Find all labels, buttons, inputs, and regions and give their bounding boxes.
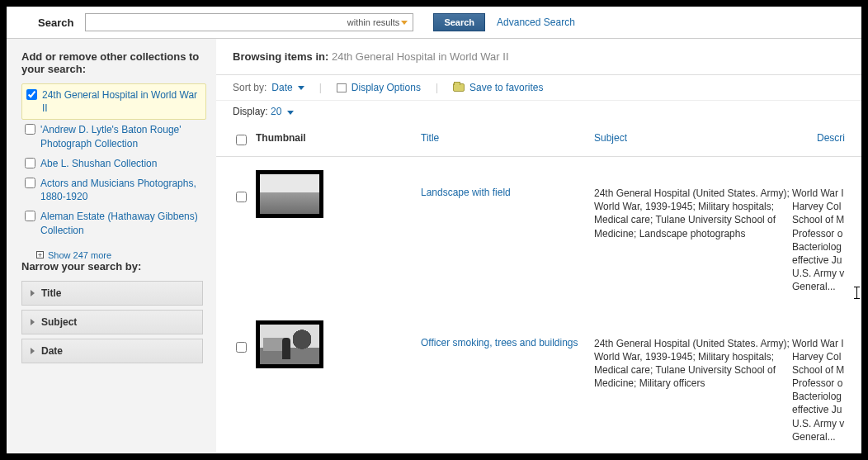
- body-area: Add or remove other collections to your …: [7, 39, 861, 453]
- display-options-link[interactable]: Display Options: [351, 82, 421, 93]
- collection-label[interactable]: 24th General Hospital in World War II: [42, 88, 203, 115]
- header-subject[interactable]: Subject: [594, 132, 792, 148]
- page-root: Search within results Search Advanced Se…: [7, 7, 861, 453]
- browsing-header: Browsing items in: 24th General Hospital…: [216, 39, 861, 75]
- header-description[interactable]: Descri: [792, 132, 845, 148]
- display-label: Display:: [233, 106, 268, 117]
- select-all-checkbox[interactable]: [236, 135, 247, 145]
- thumbnail-cell: [256, 320, 421, 368]
- save-favorites-link[interactable]: Save to favorites: [469, 82, 543, 93]
- sidebar: Add or remove other collections to your …: [7, 39, 216, 453]
- sort-by-group[interactable]: Sort by: Date: [233, 82, 304, 93]
- within-results-dropdown[interactable]: within results: [347, 17, 413, 27]
- facet-label: Date: [41, 345, 63, 357]
- collection-label[interactable]: 'Andrew D. Lytle's Baton Rouge' Photogra…: [40, 123, 205, 149]
- thumbnail-image[interactable]: [256, 320, 323, 368]
- facet-title[interactable]: Title: [21, 281, 203, 306]
- within-results-label: within results: [347, 17, 400, 27]
- display-count-value: 20: [271, 106, 281, 117]
- add-remove-heading: Add or remove other collections to your …: [21, 50, 206, 75]
- row-checkbox[interactable]: [236, 342, 247, 353]
- row-title-link[interactable]: Officer smoking, trees and buildings: [421, 320, 594, 349]
- plus-icon: +: [36, 251, 44, 258]
- caret-down-icon: [298, 86, 304, 90]
- save-favorites-group[interactable]: Save to favorites: [453, 82, 543, 93]
- facet-subject[interactable]: Subject: [21, 310, 203, 334]
- triangle-right-icon: [31, 348, 35, 354]
- row-description: World War I Harvey Col School of M Profe…: [792, 320, 845, 444]
- search-input-wrap: within results: [85, 13, 413, 31]
- collection-item[interactable]: Actors and Musicians Photographs, 1880-1…: [21, 173, 206, 206]
- search-input[interactable]: [86, 14, 347, 31]
- display-options-group[interactable]: Display Options: [337, 82, 421, 93]
- header-thumbnail: Thumbnail: [256, 132, 421, 148]
- collection-checkbox[interactable]: [25, 158, 35, 168]
- show-more-label: Show 247 more: [48, 250, 111, 260]
- collection-label[interactable]: Abe L. Shushan Collection: [40, 157, 157, 170]
- collection-checkbox[interactable]: [25, 178, 35, 188]
- collection-item[interactable]: 24th General Hospital in World War II: [21, 83, 206, 120]
- divider: |: [436, 82, 438, 93]
- show-more-link[interactable]: + Show 247 more: [21, 249, 206, 260]
- collection-checkbox[interactable]: [26, 89, 37, 100]
- header-title[interactable]: Title: [421, 132, 594, 148]
- facet-label: Subject: [41, 316, 77, 328]
- facet-label: Title: [41, 287, 61, 299]
- row-title-link[interactable]: Landscape with field: [421, 170, 594, 198]
- sort-by-value[interactable]: Date: [271, 82, 292, 93]
- collection-label[interactable]: Aleman Estate (Hathaway Gibbens) Collect…: [40, 210, 205, 236]
- thumbnail-cell: [256, 170, 421, 218]
- table-header: Thumbnail Title Subject Descri: [216, 124, 861, 157]
- display-options-icon: [337, 83, 347, 92]
- row-subject: 24th General Hospital (United States. Ar…: [594, 320, 792, 391]
- narrow-heading: Narrow your search by:: [21, 260, 206, 273]
- table-row: Officer smoking, trees and buildings 24t…: [216, 307, 861, 453]
- search-bar: Search within results Search Advanced Se…: [7, 7, 861, 39]
- triangle-right-icon: [31, 319, 35, 325]
- advanced-search-link[interactable]: Advanced Search: [497, 17, 575, 28]
- collection-item[interactable]: 'Andrew D. Lytle's Baton Rouge' Photogra…: [21, 120, 206, 153]
- browsing-label: Browsing items in:: [233, 50, 328, 63]
- results-table: Thumbnail Title Subject Descri Landscape…: [216, 124, 861, 453]
- row-subject: 24th General Hospital (United States. Ar…: [594, 170, 792, 240]
- thumbnail-image[interactable]: [256, 170, 323, 218]
- collection-item[interactable]: Abe L. Shushan Collection: [21, 154, 206, 173]
- caret-down-icon: [401, 21, 408, 25]
- triangle-right-icon: [31, 290, 35, 296]
- caret-down-icon: [287, 111, 294, 115]
- sort-by-label: Sort by:: [233, 82, 267, 93]
- header-checkbox-col: [233, 132, 256, 148]
- search-button[interactable]: Search: [433, 13, 485, 31]
- search-label: Search: [38, 17, 73, 29]
- collection-checkbox[interactable]: [25, 211, 35, 221]
- collection-item[interactable]: Aleman Estate (Hathaway Gibbens) Collect…: [21, 206, 206, 239]
- collection-label[interactable]: Actors and Musicians Photographs, 1880-1…: [40, 177, 205, 203]
- folder-icon: [453, 83, 465, 92]
- divider: |: [319, 82, 322, 93]
- display-count-row: Display: 20: [216, 101, 861, 119]
- facet-date[interactable]: Date: [21, 339, 203, 363]
- row-description: World War I Harvey Col School of M Profe…: [792, 170, 845, 294]
- toolbar: Sort by: Date | Display Options | Save t…: [216, 75, 861, 101]
- browsing-value: 24th General Hospital in World War II: [332, 50, 509, 63]
- collection-checkbox[interactable]: [25, 124, 35, 135]
- collection-list: 24th General Hospital in World War II 'A…: [21, 83, 206, 240]
- main-content: Browsing items in: 24th General Hospital…: [216, 39, 861, 453]
- table-row: Landscape with field 24th General Hospit…: [216, 157, 861, 307]
- row-checkbox[interactable]: [236, 192, 247, 202]
- display-count-dropdown[interactable]: 20: [271, 106, 294, 117]
